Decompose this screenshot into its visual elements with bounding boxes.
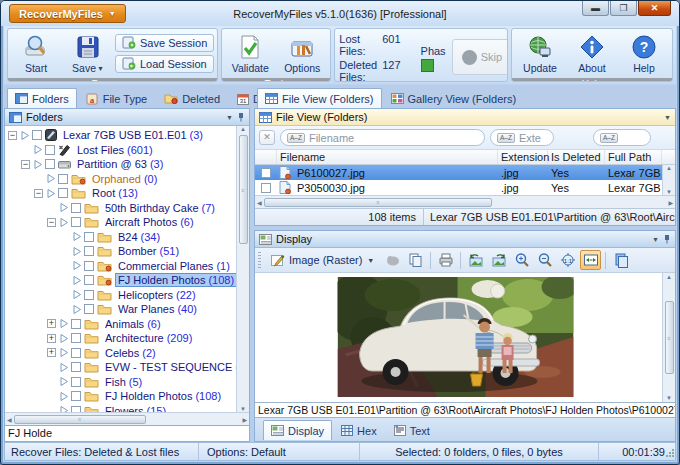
panel-menu-icon[interactable]: ▼ bbox=[652, 236, 659, 243]
tag-arrow-icon[interactable] bbox=[33, 144, 43, 155]
tree-checkbox[interactable] bbox=[84, 275, 94, 285]
full-path-filter-input[interactable]: A–Z bbox=[593, 129, 651, 146]
tag-arrow-icon[interactable] bbox=[72, 304, 82, 315]
scroll-down-icon[interactable]: ▼ bbox=[666, 395, 672, 401]
rotate-right-icon[interactable] bbox=[488, 250, 509, 270]
tree-item[interactable]: B24(34) bbox=[5, 230, 236, 245]
tree-vertical-scrollbar[interactable]: ▲ ≡ ▼ bbox=[236, 126, 249, 412]
scroll-up-icon[interactable]: ▲ bbox=[666, 165, 672, 171]
table-horizontal-scrollbar[interactable]: ◀ ≡ ▶ bbox=[255, 195, 675, 208]
options-button[interactable]: Options bbox=[277, 31, 327, 76]
tag-arrow-icon[interactable] bbox=[72, 289, 82, 300]
tree-item[interactable]: FJ Holden Photos(108) bbox=[5, 273, 236, 288]
zoom-in-icon[interactable] bbox=[511, 250, 532, 270]
tree-item[interactable]: −Root(13) bbox=[5, 186, 236, 201]
tag-arrow-icon[interactable] bbox=[59, 217, 69, 228]
image-vertical-scrollbar[interactable]: ▲ ≡ ▼ bbox=[662, 273, 675, 402]
tree-checkbox[interactable] bbox=[84, 290, 94, 300]
scroll-up-icon[interactable]: ▲ bbox=[240, 126, 246, 132]
actual-size-icon[interactable]: 1:1 bbox=[557, 250, 578, 270]
tab-text[interactable]: Text bbox=[386, 420, 438, 440]
minimize-button[interactable]: ▬ bbox=[582, 1, 609, 16]
copy-to-clipboard-icon[interactable] bbox=[610, 250, 631, 270]
tree-checkbox[interactable] bbox=[71, 333, 81, 343]
validate-button[interactable]: Validate bbox=[225, 31, 275, 76]
save-session-button[interactable]: Save Session bbox=[115, 34, 214, 52]
tree-expander-icon[interactable]: + bbox=[47, 319, 56, 328]
tree-checkbox[interactable] bbox=[71, 406, 81, 412]
column-filename[interactable]: Filename bbox=[277, 150, 498, 164]
tab-deleted[interactable]: Deleted bbox=[156, 88, 228, 108]
tree-expander-icon[interactable]: + bbox=[47, 348, 56, 357]
tab-hex[interactable]: Hex bbox=[333, 420, 385, 440]
tree-item[interactable]: FJ Holden Photos(108) bbox=[5, 389, 236, 404]
tree-checkbox[interactable] bbox=[71, 319, 81, 329]
tag-arrow-icon[interactable] bbox=[20, 130, 30, 141]
scroll-left-icon[interactable]: ◀ bbox=[257, 199, 262, 206]
pan-tool-icon[interactable] bbox=[382, 250, 403, 270]
tree-item[interactable]: 50th Birthday Cake(7) bbox=[5, 201, 236, 216]
load-session-button[interactable]: Load Session bbox=[115, 55, 214, 73]
tree-checkbox[interactable] bbox=[71, 203, 81, 213]
skip-button[interactable]: Skip bbox=[452, 39, 508, 75]
tab-file-view[interactable]: File View (Folders) bbox=[257, 88, 382, 108]
scroll-left-icon[interactable]: ◀ bbox=[7, 416, 12, 423]
tag-arrow-icon[interactable] bbox=[46, 188, 56, 199]
tree-checkbox[interactable] bbox=[71, 348, 81, 358]
tree-checkbox[interactable] bbox=[71, 391, 81, 401]
column-extension[interactable]: Extension bbox=[498, 150, 548, 164]
app-menu-button[interactable]: RecoverMyFiles ▼ bbox=[9, 4, 126, 23]
scroll-down-icon[interactable]: ▼ bbox=[666, 189, 672, 195]
resize-grip[interactable] bbox=[666, 449, 674, 457]
tag-arrow-icon[interactable] bbox=[59, 347, 69, 358]
zoom-out-icon[interactable] bbox=[534, 250, 555, 270]
tag-arrow-icon[interactable] bbox=[59, 391, 69, 402]
start-button[interactable]: Start bbox=[11, 31, 61, 76]
about-button[interactable]: About bbox=[567, 31, 617, 76]
tree-item[interactable]: +Celebs(2) bbox=[5, 346, 236, 361]
tree-item[interactable]: Helicopters(22) bbox=[5, 288, 236, 303]
tree-item[interactable]: +Animals(6) bbox=[5, 317, 236, 332]
tag-arrow-icon[interactable] bbox=[59, 376, 69, 387]
pin-icon[interactable] bbox=[663, 234, 671, 244]
tag-arrow-icon[interactable] bbox=[46, 173, 56, 184]
copy-icon[interactable] bbox=[405, 250, 426, 270]
tree-item[interactable]: −Aircraft Photos(6) bbox=[5, 215, 236, 230]
filename-filter-input[interactable]: A–Z Filename bbox=[280, 129, 485, 146]
tree-horizontal-scrollbar[interactable]: ◀ ≡ ▶ bbox=[5, 412, 249, 425]
tag-arrow-icon[interactable] bbox=[59, 405, 69, 412]
tab-file-type[interactable]: a File Type bbox=[78, 88, 155, 108]
tree-checkbox[interactable] bbox=[84, 246, 94, 256]
tree-item[interactable]: Flowers(15) bbox=[5, 404, 236, 413]
fit-to-window-icon[interactable] bbox=[580, 250, 601, 270]
save-button[interactable]: Save▼ bbox=[63, 31, 113, 76]
tree-item[interactable]: War Planes(40) bbox=[5, 302, 236, 317]
extension-filter-input[interactable]: A–Z Exte bbox=[490, 129, 554, 146]
tree-checkbox[interactable] bbox=[84, 304, 94, 314]
tag-arrow-icon[interactable] bbox=[33, 159, 43, 170]
tree-item[interactable]: −Partition @ 63(3) bbox=[5, 157, 236, 172]
scroll-right-icon[interactable]: ▶ bbox=[242, 416, 247, 423]
table-row[interactable]: P6100027.jpg.jpgYesLexar 7GB bbox=[255, 165, 675, 180]
tag-arrow-icon[interactable] bbox=[72, 260, 82, 271]
tree-checkbox[interactable] bbox=[71, 217, 81, 227]
scroll-right-icon[interactable]: ▶ bbox=[668, 199, 673, 206]
tree-item[interactable]: Bomber(51) bbox=[5, 244, 236, 259]
tag-arrow-icon[interactable] bbox=[72, 275, 82, 286]
print-icon[interactable] bbox=[435, 250, 456, 270]
tree-expander-icon[interactable]: − bbox=[21, 160, 30, 169]
tab-gallery-view[interactable]: Gallery View (Folders) bbox=[383, 88, 525, 108]
maximize-button[interactable]: ❐ bbox=[610, 1, 637, 16]
tag-arrow-icon[interactable] bbox=[72, 231, 82, 242]
close-button[interactable]: ✕ bbox=[638, 1, 671, 16]
clear-filters-button[interactable]: ✕ bbox=[259, 130, 275, 145]
tag-arrow-icon[interactable] bbox=[72, 246, 82, 257]
tree-checkbox[interactable] bbox=[45, 159, 55, 169]
tree-expander-icon[interactable]: + bbox=[47, 334, 56, 343]
table-row[interactable]: P3050030.jpg.jpgYesLexar 7GB bbox=[255, 180, 675, 195]
update-button[interactable]: Update bbox=[515, 31, 565, 76]
tree-checkbox[interactable] bbox=[71, 362, 81, 372]
row-checkbox[interactable] bbox=[261, 183, 271, 193]
tab-display[interactable]: Display bbox=[263, 420, 332, 440]
column-is-deleted[interactable]: Is Deleted bbox=[548, 150, 605, 164]
